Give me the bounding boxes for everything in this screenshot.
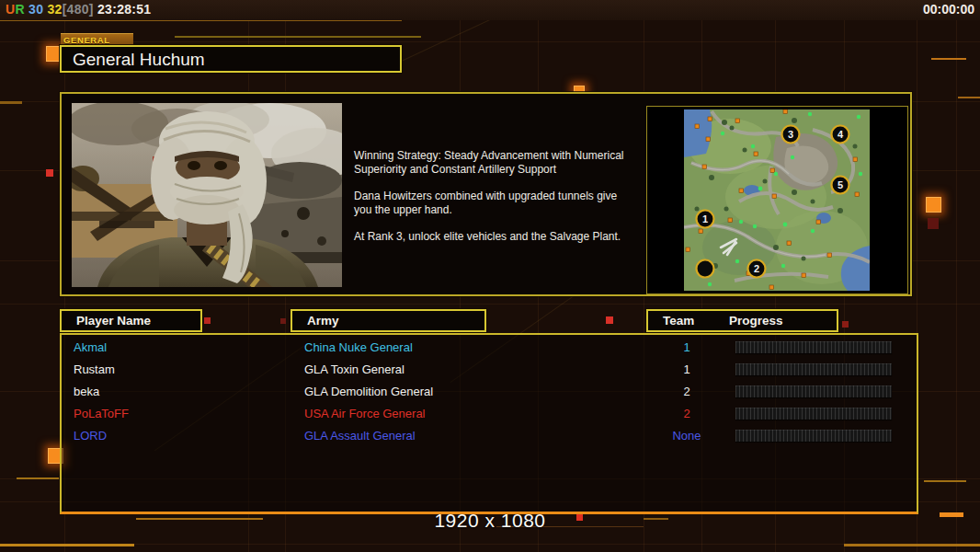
team-cell: 1: [641, 359, 733, 381]
grid-line: [0, 41, 980, 42]
stat-r: R: [15, 2, 24, 17]
status-square: [928, 218, 939, 229]
circuit-line: [924, 480, 966, 482]
general-tab-label: GENERAL: [61, 33, 133, 46]
svg-text:3: 3: [788, 129, 793, 140]
general-name-box: General Huchum: [60, 45, 402, 73]
progress-bar: [735, 341, 892, 353]
army-cell: GLA Toxin General: [304, 359, 405, 381]
army-header-label: Army: [307, 311, 339, 330]
map-marker-1: 1: [697, 211, 714, 228]
circuit-line: [958, 97, 980, 98]
status-square: [606, 316, 613, 324]
grid-line: [0, 304, 980, 305]
portrait-art: [72, 103, 342, 287]
player-table-body: AkmalChina Nuke General1RustamGLA Toxin …: [60, 333, 918, 514]
strategy-text: Winning Strategy: Steady Advancement wit…: [354, 149, 657, 257]
resolution-label: 1920 x 1080: [0, 510, 980, 532]
table-row: LORDGLA Assault GeneralNone: [62, 425, 917, 447]
network-stats: UR 30 32[480] 23:28:51: [6, 2, 151, 17]
general-portrait: [72, 103, 342, 287]
grid-line: [956, 0, 957, 552]
progress-bar: [735, 385, 892, 397]
team-cell: None: [641, 425, 733, 447]
strategy-line-1: Winning Strategy: Steady Advancement wit…: [354, 149, 657, 177]
circuit-line: [175, 36, 421, 38]
circuit-line: [0, 544, 134, 546]
stat-u: U: [6, 2, 15, 17]
map-marker-5: 5: [832, 177, 849, 194]
minimap: 12345: [684, 109, 870, 291]
status-square: [842, 321, 849, 328]
progress-bar: [735, 408, 892, 420]
table-row: RustamGLA Toxin General1: [62, 359, 917, 381]
strategy-line-2: Dana Howitzers combined with upgraded tu…: [354, 190, 657, 217]
column-header-army: Army: [291, 309, 486, 332]
player-name-cell: Akmal: [74, 337, 107, 359]
map-marker-4: 4: [832, 126, 849, 144]
stat-blue: 30: [28, 2, 43, 17]
accent-square: [926, 197, 941, 213]
clock: 23:28:51: [97, 2, 151, 17]
general-name: General Huchum: [73, 48, 205, 71]
team-cell: 2: [641, 381, 733, 403]
map-preview-box: 12345: [646, 106, 908, 294]
circuit-line: [17, 477, 59, 479]
player-name-cell: LORD: [74, 425, 107, 447]
stat-gray: [480]: [63, 2, 94, 17]
column-header-team-progress: Team Progress: [646, 309, 838, 332]
svg-text:5: 5: [838, 179, 843, 190]
army-cell: GLA Assault General: [304, 425, 416, 447]
player-name-cell: beka: [74, 381, 99, 403]
player-name-cell: Rustam: [74, 359, 115, 381]
strategy-line-3: At Rank 3, unlock elite vehicles and the…: [354, 230, 657, 244]
general-info-panel: Winning Strategy: Steady Advancement wit…: [60, 92, 912, 296]
match-timer: 00:00:00: [923, 2, 974, 17]
svg-text:4: 4: [838, 129, 844, 140]
circuit-line: [844, 544, 980, 546]
stat-yellow: 32: [47, 2, 62, 17]
map-marker-3: 3: [782, 126, 800, 144]
player-name-cell: PoLaToFF: [74, 403, 129, 425]
table-row: PoLaToFFUSA Air Force General2: [62, 403, 917, 425]
status-square: [46, 169, 53, 177]
grid-line: [0, 544, 980, 545]
army-cell: GLA Demolition General: [304, 381, 433, 403]
team-cell: 2: [641, 403, 733, 425]
team-header-label: Team: [663, 311, 694, 330]
table-row: AkmalChina Nuke General1: [62, 337, 917, 359]
status-square: [280, 318, 286, 324]
top-status-bar: UR 30 32[480] 23:28:51 00:00:00: [0, 0, 980, 20]
circuit-line: [0, 101, 22, 104]
map-marker-empty: [697, 260, 714, 278]
column-header-player-name: Player Name: [60, 309, 202, 332]
status-square: [204, 317, 211, 324]
svg-text:1: 1: [702, 213, 708, 224]
progress-bar: [735, 363, 892, 375]
player-name-header-label: Player Name: [76, 311, 151, 330]
svg-text:2: 2: [754, 263, 759, 274]
table-row: bekaGLA Demolition General2: [62, 381, 917, 403]
progress-header-label: Progress: [729, 311, 783, 330]
circuit-line: [931, 58, 966, 60]
army-cell: USA Air Force General: [304, 403, 426, 425]
army-cell: China Nuke General: [304, 337, 413, 359]
progress-bar: [735, 430, 892, 442]
map-marker-2: 2: [748, 260, 766, 278]
team-cell: 1: [641, 337, 733, 359]
